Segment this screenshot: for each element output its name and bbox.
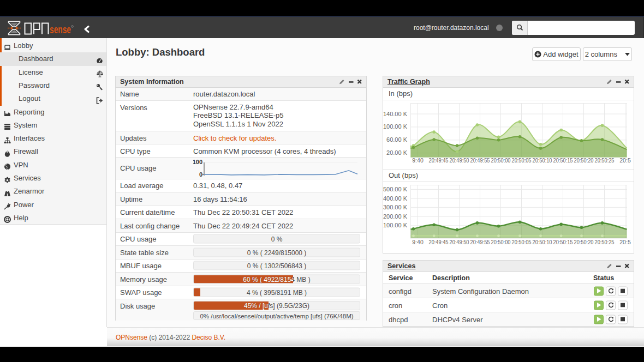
svg-text:100.00 K: 100.00 K [383, 123, 408, 130]
svg-text:20:5: 20:5 [619, 157, 631, 164]
svg-text:300.00 K: 300.00 K [383, 204, 408, 210]
svg-text:60.00 K: 60.00 K [386, 136, 408, 143]
svg-text:100.00 K: 100.00 K [383, 222, 408, 228]
svg-text:20.00 K: 20.00 K [386, 149, 408, 156]
svg-text:500.00 K: 500.00 K [383, 186, 408, 192]
svg-text:20:50:20: 20:50:20 [574, 157, 594, 164]
svg-text:20:49:55: 20:49:55 [470, 157, 490, 164]
svg-text:20:49:50: 20:49:50 [450, 157, 469, 164]
svg-text:20:50:20: 20:50:20 [574, 239, 594, 245]
svg-text:140.00 K: 140.00 K [383, 111, 408, 117]
svg-text:20:50:25: 20:50:25 [595, 157, 615, 164]
svg-text:20:50:25: 20:50:25 [595, 239, 615, 245]
svg-text:20:50:10: 20:50:10 [533, 157, 552, 164]
svg-text:20:5: 20:5 [619, 239, 631, 245]
svg-text:20:50:05: 20:50:05 [512, 157, 532, 164]
svg-text:9:40: 9:40 [412, 157, 424, 164]
svg-text:20:50:00: 20:50:00 [491, 239, 511, 245]
svg-text:20:49:45: 20:49:45 [429, 157, 449, 164]
svg-text:9:40: 9:40 [412, 239, 424, 245]
svg-text:20:49:50: 20:49:50 [450, 239, 469, 245]
svg-text:20:50:05: 20:50:05 [512, 239, 532, 245]
svg-text:20:50:10: 20:50:10 [533, 239, 552, 245]
svg-text:400.00 K: 400.00 K [383, 195, 408, 202]
svg-text:20:49:55: 20:49:55 [470, 239, 490, 245]
svg-text:sense: sense [50, 23, 71, 35]
svg-text:0: 0 [199, 171, 202, 178]
svg-text:20:50:15: 20:50:15 [553, 157, 573, 164]
svg-text:20:50:00: 20:50:00 [491, 157, 511, 164]
svg-text:200.00 K: 200.00 K [383, 213, 408, 220]
svg-text:20:49:45: 20:49:45 [429, 239, 449, 245]
svg-text:100: 100 [193, 159, 202, 165]
svg-text:20:50:15: 20:50:15 [553, 239, 573, 245]
